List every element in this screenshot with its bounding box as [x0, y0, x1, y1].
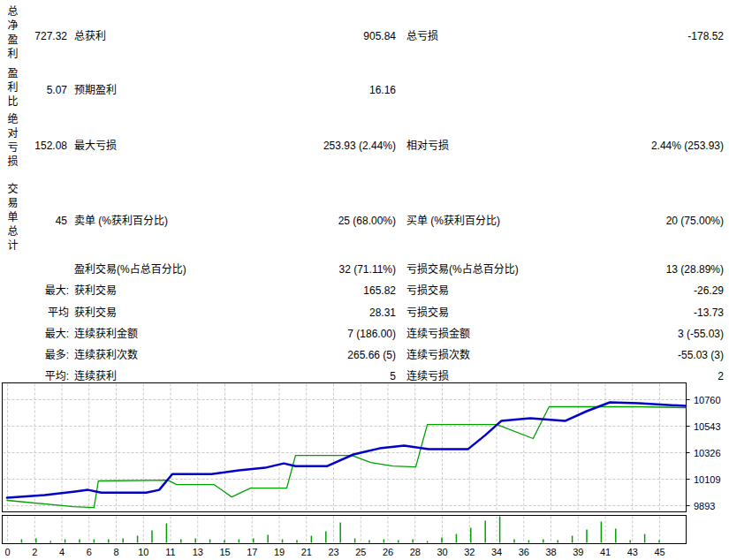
x-tick-label: 23 [328, 547, 338, 557]
stat-prefix: 最大: [0, 328, 69, 340]
stat-value-right: -26.29 [547, 284, 724, 297]
x-tick-label: 19 [274, 547, 285, 557]
stat-value-right: 2.44% (253.93) [547, 140, 724, 152]
stat-label-right: 亏损交易(%占总百分比) [406, 263, 519, 276]
stat-label-right: 连续亏损次数 [406, 349, 470, 361]
stat-prefix: 最大: [0, 284, 69, 297]
x-tick-label: 6 [87, 547, 92, 557]
x-tick-label: 0 [4, 547, 10, 557]
stat-label-left: 总获利 [74, 30, 106, 42]
stat-prefix: 平均: [0, 370, 69, 382]
stat-value-right: 3 (-55.03) [547, 328, 724, 340]
stat-value-mid: 28.31 [219, 306, 396, 319]
stat-label-left: 获利交易 [74, 306, 117, 319]
x-tick-label: 25 [355, 547, 366, 557]
x-tick-label: 32 [464, 547, 475, 557]
x-tick-label: 11 [165, 547, 175, 557]
stat-value-left: 45 [0, 215, 67, 227]
stat-value-left: 5.07 [0, 84, 67, 96]
x-tick-label: 30 [437, 547, 447, 557]
stat-label-left: 连续获利金额 [74, 328, 138, 340]
charts-canvas[interactable]: 0246810111315171921232526283032343638394… [0, 382, 729, 560]
x-tick-label: 39 [573, 547, 583, 557]
x-tick-label: 17 [247, 547, 257, 557]
stat-value-mid: 16.16 [219, 84, 396, 96]
stat-label-right: 连续亏损金额 [406, 328, 470, 340]
stat-label-left: 盈利交易(%占总百分比) [74, 263, 186, 276]
stat-label-left: 最大亏损 [74, 140, 117, 152]
stat-label-right: 亏损交易 [406, 306, 449, 319]
stat-value-mid: 265.66 (5) [219, 349, 396, 361]
x-tick-label: 36 [519, 547, 529, 557]
stat-label-right: 买单 (%获利百分比) [406, 215, 500, 227]
stat-value-mid: 165.82 [219, 284, 396, 297]
x-tick-label: 4 [59, 547, 65, 557]
x-tick-label: 45 [654, 547, 664, 557]
stat-value-right: 13 (28.89%) [547, 263, 724, 276]
stat-value-mid: 253.93 (2.44%) [219, 140, 396, 152]
x-tick-label: 21 [301, 547, 312, 557]
stat-value-right: -55.03 (3) [547, 349, 724, 361]
x-tick-label: 10 [138, 547, 148, 557]
stat-label-left: 连续获利次数 [74, 349, 138, 361]
stat-value-right: -13.73 [547, 306, 724, 319]
stat-label-left: 卖单 (%获利百分比) [74, 215, 168, 227]
stat-value-mid: 25 (68.00%) [219, 215, 396, 227]
stat-value-mid: 7 (186.00) [219, 328, 396, 340]
stat-prefix: 最多: [0, 349, 69, 361]
strategy-tester-report: 总净盈利 盈利比 绝对亏损 交易单总计 727.32总获利905.84总亏损-1… [0, 0, 729, 560]
stat-label-left: 获利交易 [74, 284, 117, 297]
stat-value-mid: 905.84 [219, 30, 396, 42]
stat-value-left: 152.08 [0, 140, 67, 152]
stat-value-right: 20 (75.00%) [547, 215, 724, 227]
x-tick-label: 38 [545, 547, 556, 557]
stat-value-mid: 32 (71.11%) [219, 263, 396, 276]
lots-chart-panel[interactable] [3, 516, 687, 544]
stat-label-right: 连续亏损 [406, 370, 449, 382]
x-tick-label: 43 [627, 547, 638, 557]
stat-label-left: 预期盈利 [74, 84, 117, 96]
stat-label-left: 连续获利 [74, 370, 117, 382]
x-tick-label: 13 [193, 547, 203, 557]
stat-prefix: 平均 [0, 306, 69, 319]
x-tick-label: 2 [32, 547, 37, 557]
x-tick-label: 41 [600, 547, 611, 557]
stat-value-right: 2 [547, 370, 724, 382]
stat-value-right: -178.52 [547, 30, 724, 42]
x-tick-label: 28 [410, 547, 421, 557]
stat-value-mid: 5 [219, 370, 396, 382]
x-tick-label: 15 [219, 547, 230, 557]
stat-label-right: 相对亏损 [406, 140, 449, 152]
x-tick-label: 8 [113, 547, 118, 557]
stat-label-right: 总亏损 [406, 30, 438, 42]
stat-value-left: 727.32 [0, 30, 67, 42]
stat-label-right: 亏损交易 [406, 284, 449, 297]
x-tick-label: 34 [491, 547, 502, 557]
x-tick-label: 26 [383, 547, 393, 557]
